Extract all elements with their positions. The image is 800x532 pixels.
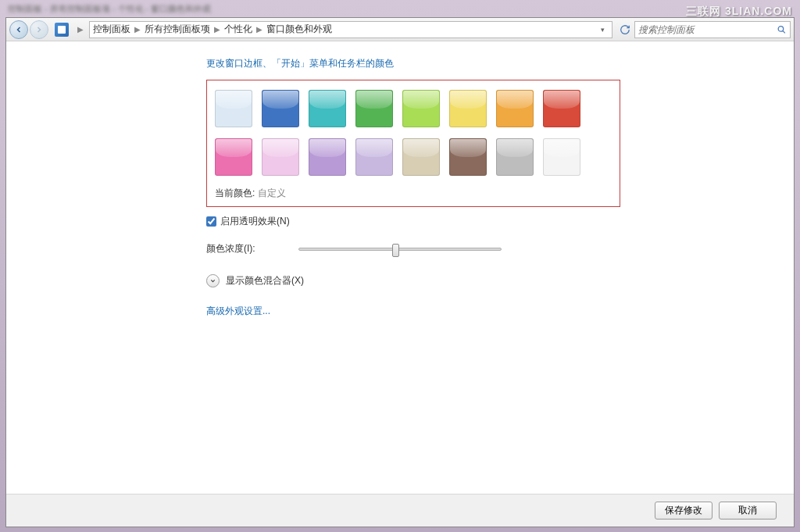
color-swatch-highlight-box: 当前颜色: 自定义 bbox=[206, 80, 620, 207]
color-swatch[interactable] bbox=[215, 138, 252, 176]
color-swatch[interactable] bbox=[355, 138, 393, 176]
breadcrumb-sep: ▶ bbox=[214, 25, 220, 34]
transparency-row: 启用透明效果(N) bbox=[206, 215, 620, 228]
intensity-label: 颜色浓度(I): bbox=[206, 242, 284, 255]
swatch-row-2 bbox=[215, 138, 612, 176]
button-bar: 保存修改 取消 bbox=[6, 494, 794, 527]
color-swatch[interactable] bbox=[496, 138, 534, 176]
search-box[interactable] bbox=[634, 21, 791, 38]
current-color-line: 当前颜色: 自定义 bbox=[215, 187, 612, 200]
breadcrumb-sep: ▶ bbox=[77, 25, 84, 34]
color-swatch[interactable] bbox=[402, 90, 440, 127]
color-swatch[interactable] bbox=[355, 90, 393, 127]
color-swatch[interactable] bbox=[449, 90, 487, 127]
control-panel-icon bbox=[55, 23, 69, 37]
color-mixer-label: 显示颜色混合器(X) bbox=[226, 274, 304, 287]
current-color-label: 当前颜色: bbox=[215, 187, 255, 198]
intensity-row: 颜色浓度(I): bbox=[206, 242, 620, 255]
color-swatch[interactable] bbox=[262, 138, 299, 176]
refresh-icon bbox=[620, 24, 630, 35]
breadcrumb-item-0[interactable]: 控制面板 bbox=[93, 23, 130, 36]
slider-thumb[interactable] bbox=[392, 244, 399, 257]
color-swatch[interactable] bbox=[262, 90, 299, 127]
color-swatch[interactable] bbox=[543, 138, 580, 176]
breadcrumb-sep: ▶ bbox=[134, 25, 141, 34]
color-swatch[interactable] bbox=[496, 90, 534, 127]
transparency-checkbox[interactable] bbox=[206, 216, 216, 227]
color-swatch[interactable] bbox=[309, 90, 346, 127]
color-swatch[interactable] bbox=[402, 138, 440, 176]
navigation-bar: ▶ 控制面板 ▶ 所有控制面板项 ▶ 个性化 ▶ 窗口颜色和外观 ▾ bbox=[6, 18, 794, 41]
arrow-left-icon bbox=[14, 25, 23, 34]
color-swatch[interactable] bbox=[215, 90, 252, 127]
cancel-button[interactable]: 取消 bbox=[719, 502, 777, 520]
color-swatch[interactable] bbox=[309, 138, 346, 176]
forward-button[interactable] bbox=[30, 20, 48, 39]
search-icon[interactable] bbox=[777, 24, 787, 35]
breadcrumb-dropdown[interactable]: ▾ bbox=[596, 26, 609, 34]
color-mixer-expander[interactable]: 显示颜色混合器(X) bbox=[206, 274, 620, 287]
intensity-slider[interactable] bbox=[298, 248, 502, 251]
search-input[interactable] bbox=[638, 24, 777, 35]
transparency-label[interactable]: 启用透明效果(N) bbox=[220, 215, 290, 228]
current-color-value: 自定义 bbox=[258, 187, 286, 198]
page-title: 更改窗口边框、「开始」菜单和任务栏的颜色 bbox=[206, 57, 620, 70]
swatch-row-1 bbox=[215, 90, 612, 127]
breadcrumb-item-2[interactable]: 个性化 bbox=[224, 23, 252, 36]
back-button[interactable] bbox=[9, 20, 28, 39]
color-swatch[interactable] bbox=[543, 90, 580, 127]
breadcrumb-item-3[interactable]: 窗口颜色和外观 bbox=[266, 23, 332, 36]
breadcrumb-item-1[interactable]: 所有控制面板项 bbox=[145, 23, 210, 36]
breadcrumb-sep: ▶ bbox=[256, 25, 262, 34]
color-swatch[interactable] bbox=[449, 138, 487, 176]
expand-button[interactable] bbox=[206, 274, 220, 287]
refresh-button[interactable] bbox=[619, 23, 631, 36]
content-area: 更改窗口边框、「开始」菜单和任务栏的颜色 当前颜色: 自定义 启用透明效果(N)… bbox=[6, 41, 794, 527]
window-title-blurred: 控制面板 - 所有控制面板项 - 个性化 - 窗口颜色和外观 bbox=[8, 3, 211, 15]
breadcrumb[interactable]: 控制面板 ▶ 所有控制面板项 ▶ 个性化 ▶ 窗口颜色和外观 ▾ bbox=[89, 21, 612, 38]
arrow-right-icon bbox=[34, 25, 44, 34]
advanced-appearance-link[interactable]: 高级外观设置... bbox=[206, 305, 620, 318]
save-button[interactable]: 保存修改 bbox=[655, 502, 712, 520]
window-frame: ▶ 控制面板 ▶ 所有控制面板项 ▶ 个性化 ▶ 窗口颜色和外观 ▾ 更改窗口边… bbox=[5, 17, 795, 527]
chevron-down-icon bbox=[209, 277, 216, 284]
svg-point-0 bbox=[778, 26, 784, 31]
